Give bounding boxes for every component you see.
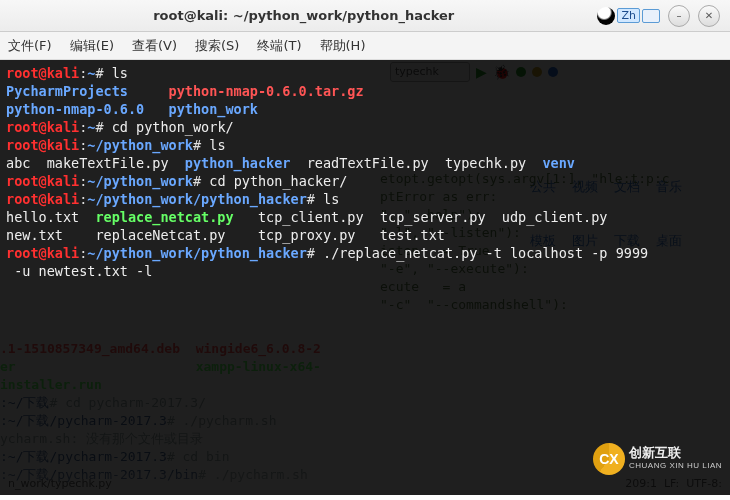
watermark-cn: 创新互联: [629, 446, 722, 459]
terminal-line: root@kali:~/python_work# ls: [6, 136, 724, 154]
terminal-line: abc makeTextFile.py python_hacker readTe…: [6, 154, 724, 172]
penguin-icon: [597, 7, 615, 25]
keyboard-icon[interactable]: [642, 9, 660, 23]
terminal-line: python-nmap-0.6.0 python_work: [6, 100, 724, 118]
terminal-line: new.txt replaceNetcat.py tcp_proxy.py te…: [6, 226, 724, 244]
ime-indicator[interactable]: Zh: [617, 8, 640, 23]
menu-edit[interactable]: 编辑(E): [70, 37, 114, 55]
menu-search[interactable]: 搜索(S): [195, 37, 239, 55]
menu-help[interactable]: 帮助(H): [320, 37, 366, 55]
titlebar: root@kali: ~/python_work/python_hacker Z…: [0, 0, 730, 32]
tray-icons: Zh: [597, 7, 660, 25]
terminal-line: hello.txt replace_netcat.py tcp_client.p…: [6, 208, 724, 226]
minimize-button[interactable]: –: [668, 5, 690, 27]
terminal-line: root@kali:~/python_work/python_hacker# l…: [6, 190, 724, 208]
menu-file[interactable]: 文件(F): [8, 37, 52, 55]
menu-view[interactable]: 查看(V): [132, 37, 177, 55]
terminal-line: root@kali:~# ls: [6, 64, 724, 82]
close-button[interactable]: ✕: [698, 5, 720, 27]
terminal-content[interactable]: root@kali:~# lsPycharmProjects python-nm…: [6, 64, 724, 280]
terminal-line: root@kali:~/python_work/python_hacker# .…: [6, 244, 724, 262]
menubar: 文件(F) 编辑(E) 查看(V) 搜索(S) 终端(T) 帮助(H): [0, 32, 730, 60]
watermark-en: CHUANG XIN HU LIAN: [629, 459, 722, 472]
terminal-line: root@kali:~# cd python_work/: [6, 118, 724, 136]
terminal-line: root@kali:~/python_work# cd python_hacke…: [6, 172, 724, 190]
terminal[interactable]: typechk ▶ 🐞 公共 视频 文档 音乐 模板 图片 下载 桌面 etop…: [0, 60, 730, 495]
watermark: CX 创新互联 CHUANG XIN HU LIAN: [593, 443, 722, 475]
watermark-logo: CX: [593, 443, 625, 475]
menu-terminal[interactable]: 终端(T): [257, 37, 301, 55]
terminal-line: PycharmProjects python-nmap-0.6.0.tar.gz: [6, 82, 724, 100]
terminal-line: -u newtest.txt -l: [6, 262, 724, 280]
window-title: root@kali: ~/python_work/python_hacker: [10, 8, 597, 23]
